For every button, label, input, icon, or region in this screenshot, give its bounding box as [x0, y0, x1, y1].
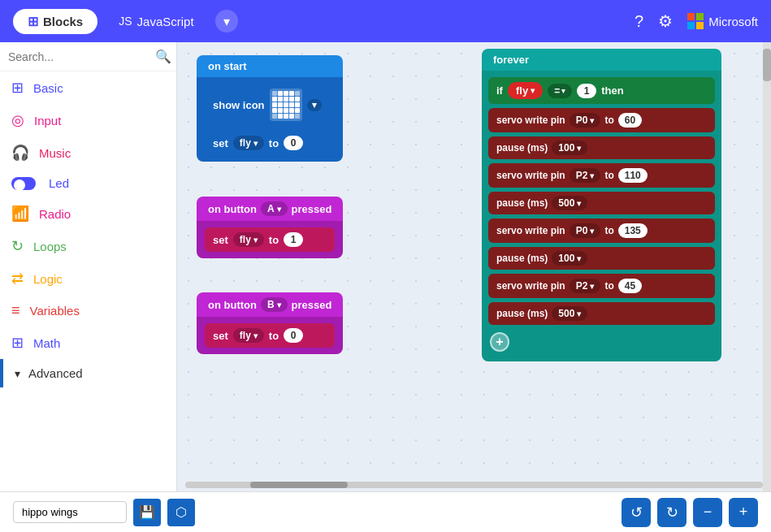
footer: 💾 ⬡ ↺ ↻ − + [0, 491, 771, 532]
value-pill-a[interactable]: 1 [284, 232, 303, 247]
sidebar-item-label-music: Music [39, 146, 71, 160]
pin-p0-dropdown-2[interactable]: P0 [570, 223, 601, 238]
pause-block-100[interactable]: pause (ms) 100 [488, 136, 715, 159]
zoom-out-button[interactable]: − [693, 498, 722, 527]
dropdown-arrow[interactable]: ▾ [307, 99, 322, 111]
math-icon: ⊞ [11, 334, 24, 352]
sidebar-item-loops[interactable]: ↻ Loops [0, 230, 176, 262]
sidebar-item-label-basic: Basic [33, 81, 63, 95]
sidebar-item-music[interactable]: 🎧 Music [0, 136, 176, 169]
add-block-button[interactable]: + [490, 332, 509, 352]
tab-dropdown[interactable]: ▾ [215, 10, 238, 32]
servo-val-135[interactable]: 135 [618, 223, 648, 238]
pause-ms-100[interactable]: 100 [552, 141, 587, 155]
basic-icon: ⊞ [11, 79, 24, 97]
sidebar-item-basic[interactable]: ⊞ Basic [0, 71, 176, 104]
sidebar-item-radio[interactable]: 📶 Radio [0, 197, 176, 230]
js-icon: JS [119, 15, 132, 28]
on-button-a-body: set fly to 1 [197, 221, 343, 258]
vertical-scroll-thumb[interactable] [763, 49, 771, 81]
undo-button[interactable]: ↺ [622, 498, 651, 527]
on-button-b-group: on button B pressed set fly to 0 [197, 292, 343, 354]
header-right: ? ⚙ Microsoft [635, 11, 758, 31]
on-start-header: on start [197, 55, 343, 77]
microsoft-label: Microsoft [708, 15, 758, 28]
pin-p0-dropdown[interactable]: P0 [570, 113, 601, 128]
microsoft-logo: Microsoft [687, 13, 758, 29]
pause-block-100-2[interactable]: pause (ms) 100 [488, 247, 715, 270]
set-fly-1-block[interactable]: set fly to 1 [205, 227, 335, 252]
sidebar-item-label-advanced: Advanced [28, 366, 83, 380]
sidebar-item-advanced[interactable]: ▾ Advanced [0, 359, 176, 387]
set-fly-b-block[interactable]: set fly to 0 [205, 323, 335, 348]
servo-block-0[interactable]: servo write pin P0 to 60 [488, 108, 715, 132]
pause-block-500-1[interactable]: pause (ms) 500 [488, 302, 715, 325]
footer-right: ↺ ↻ − + [622, 498, 758, 527]
if-value-pill[interactable]: 1 [577, 84, 596, 98]
pin-p2-dropdown-1[interactable]: P2 [570, 279, 601, 293]
settings-button[interactable]: ⚙ [658, 11, 673, 31]
fly-dropdown-a[interactable]: fly [233, 232, 264, 247]
ms-grid-icon [687, 13, 704, 29]
logic-icon: ⇄ [11, 270, 24, 288]
on-button-b-header: on button B pressed [197, 292, 343, 317]
fly-dropdown-b[interactable]: fly [233, 328, 264, 343]
tab-javascript[interactable]: JS JavaScript [107, 10, 205, 33]
sidebar-item-label-loops: Loops [33, 240, 67, 253]
servo-val-45[interactable]: 45 [618, 279, 642, 293]
workarea: on start show icon ▾ set fly [177, 42, 771, 491]
button-a-dropdown[interactable]: A [261, 201, 288, 216]
servo-val-60[interactable]: 60 [618, 113, 642, 128]
search-bar: 🔍 [0, 42, 176, 71]
servo-block-2[interactable]: servo write pin P0 to 135 [488, 218, 715, 243]
pause-ms-100-2[interactable]: 100 [552, 251, 587, 266]
servo-val-110[interactable]: 110 [618, 168, 648, 183]
servo-block-3[interactable]: servo write pin P2 to 45 [488, 274, 715, 298]
pause-ms-500-1[interactable]: 500 [552, 306, 587, 321]
eq-dropdown[interactable]: = [548, 84, 572, 98]
horizontal-scroll-thumb[interactable] [250, 482, 348, 488]
sidebar-item-label-variables: Variables [30, 304, 80, 318]
forever-group: forever if fly = 1 then servo write pin … [482, 49, 721, 361]
value-pill-start[interactable]: 0 [284, 136, 303, 150]
sidebar-item-label-math: Math [33, 336, 60, 350]
forever-body: if fly = 1 then servo write pin P0 to 60… [482, 71, 721, 361]
sidebar-item-label-input: Input [34, 114, 61, 128]
vertical-scrollbar[interactable] [763, 42, 771, 491]
sidebar-item-led[interactable]: Led [0, 169, 176, 197]
pin-p2-dropdown-0[interactable]: P2 [570, 168, 601, 183]
if-fly-dropdown[interactable]: fly [508, 82, 543, 99]
chevron-down-icon: ▾ [15, 367, 20, 380]
github-button[interactable]: ⬡ [167, 499, 195, 526]
on-button-b-body: set fly to 0 [197, 317, 343, 354]
set-fly-0-block[interactable]: set fly to 0 [205, 131, 335, 155]
zoom-in-button[interactable]: + [729, 498, 758, 527]
save-button[interactable]: 💾 [133, 499, 161, 526]
pause-ms-500-0[interactable]: 500 [552, 196, 587, 210]
blocks-icon: ⊞ [28, 14, 38, 29]
forever-header: forever [482, 49, 721, 71]
sidebar-item-math[interactable]: ⊞ Math [0, 327, 176, 359]
sidebar-item-label-radio: Radio [39, 207, 71, 221]
tab-blocks[interactable]: ⊞ Blocks [13, 9, 97, 34]
sidebar-item-input[interactable]: ◎ Input [0, 104, 176, 136]
led-icon [11, 177, 36, 190]
sidebar-item-variables[interactable]: ≡ Variables [0, 295, 176, 327]
if-block[interactable]: if fly = 1 then [488, 77, 715, 104]
sidebar-item-logic[interactable]: ⇄ Logic [0, 262, 176, 295]
button-b-dropdown[interactable]: B [261, 297, 288, 312]
redo-button[interactable]: ↻ [657, 498, 687, 527]
sidebar-item-label-led: Led [49, 176, 69, 190]
sidebar-item-label-logic: Logic [33, 272, 63, 286]
pause-block-500-0[interactable]: pause (ms) 500 [488, 192, 715, 214]
loops-icon: ↻ [11, 237, 24, 255]
help-button[interactable]: ? [635, 12, 643, 31]
value-pill-b[interactable]: 0 [284, 328, 303, 343]
fly-dropdown-start[interactable]: fly [233, 136, 264, 150]
servo-block-1[interactable]: servo write pin P2 to 110 [488, 163, 715, 188]
search-input[interactable] [8, 50, 150, 63]
project-name-input[interactable] [13, 501, 127, 523]
horizontal-scrollbar[interactable] [185, 482, 763, 488]
search-icon[interactable]: 🔍 [155, 49, 171, 64]
show-icon-block[interactable]: show icon ▾ [205, 84, 335, 126]
